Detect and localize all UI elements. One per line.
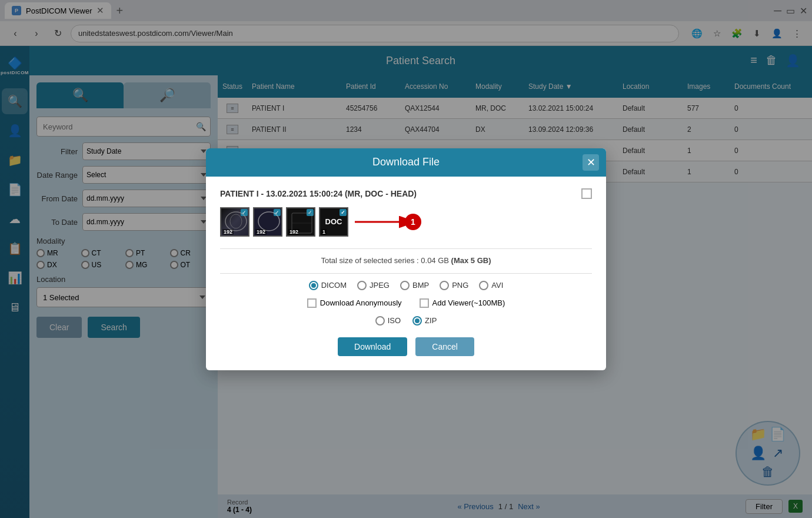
svg-point-1 <box>230 214 242 228</box>
archive-iso-radio[interactable] <box>375 316 385 326</box>
series-thumb-4[interactable]: ✓ 1 DOC <box>319 207 348 237</box>
series-row: ✓ 192 ✓ 192 ✓ <box>220 207 592 237</box>
doc-thumb-label: DOC <box>325 217 342 226</box>
archive-zip[interactable]: ZIP <box>412 316 437 326</box>
size-text: Total size of selected series : 0.04 GB <box>321 256 449 265</box>
archive-iso-label: ISO <box>388 316 401 325</box>
format-jpeg-label: JPEG <box>370 281 390 290</box>
size-info: Total size of selected series : 0.04 GB … <box>220 256 592 265</box>
format-png-label: PNG <box>452 281 468 290</box>
format-dicom[interactable]: DICOM <box>309 281 347 290</box>
series-thumb-2[interactable]: ✓ 192 <box>253 207 282 237</box>
format-png-radio[interactable] <box>440 281 449 290</box>
viewer-label: Add Viewer(~100MB) <box>432 298 505 307</box>
format-row: DICOM JPEG BMP PNG AVI <box>220 281 592 290</box>
modal-patient-row: PATIENT I - 13.02.2021 15:00:24 (MR, DOC… <box>220 188 592 199</box>
modal-divider-1 <box>220 248 592 249</box>
series-arrow-wrapper: 1 <box>352 213 421 231</box>
modal-header: Download File ✕ <box>206 148 606 177</box>
format-avi[interactable]: AVI <box>479 281 503 290</box>
anon-cb-box[interactable] <box>307 298 317 308</box>
svg-point-2 <box>258 212 279 231</box>
viewer-checkbox[interactable]: Add Viewer(~100MB) <box>420 298 505 308</box>
format-avi-radio[interactable] <box>479 281 488 290</box>
modal-select-all-checkbox[interactable] <box>581 188 592 199</box>
checkbox-row: Download Anonymously Add Viewer(~100MB) <box>220 298 592 308</box>
modal-buttons: Download Cancel <box>220 337 592 358</box>
format-bmp[interactable]: BMP <box>400 281 429 290</box>
archive-zip-label: ZIP <box>425 316 437 325</box>
cancel-button[interactable]: Cancel <box>415 337 474 356</box>
format-jpeg-radio[interactable] <box>357 281 367 290</box>
modal-title: Download File <box>372 156 440 168</box>
download-modal: Download File ✕ PATIENT I - 13.02.2021 1… <box>206 148 606 370</box>
modal-close-button[interactable]: ✕ <box>583 154 599 171</box>
series-thumb-4-check[interactable]: ✓ <box>340 209 347 216</box>
series-thumb-4-num: 1 <box>321 229 327 235</box>
svg-point-0 <box>225 212 247 231</box>
viewer-cb-box[interactable] <box>420 298 429 308</box>
archive-row: ISO ZIP <box>220 316 592 326</box>
modal-overlay[interactable]: Download File ✕ PATIENT I - 13.02.2021 1… <box>0 0 812 518</box>
format-bmp-label: BMP <box>412 281 429 290</box>
format-dicom-label: DICOM <box>321 281 347 290</box>
format-dicom-radio[interactable] <box>309 281 318 290</box>
format-jpeg[interactable]: JPEG <box>357 281 390 290</box>
format-avi-label: AVI <box>491 281 503 290</box>
format-png[interactable]: PNG <box>440 281 468 290</box>
series-badge: 1 <box>405 214 421 230</box>
format-bmp-radio[interactable] <box>400 281 410 290</box>
anon-label: Download Anonymously <box>320 298 402 307</box>
modal-body: PATIENT I - 13.02.2021 15:00:24 (MR, DOC… <box>206 177 606 370</box>
archive-iso[interactable]: ISO <box>375 316 401 326</box>
series-arrow-icon <box>352 213 411 231</box>
anon-checkbox[interactable]: Download Anonymously <box>307 298 402 308</box>
modal-patient-info: PATIENT I - 13.02.2021 15:00:24 (MR, DOC… <box>220 189 417 198</box>
download-button[interactable]: Download <box>338 337 407 356</box>
size-max: (Max 5 GB) <box>451 256 491 265</box>
modal-divider-2 <box>220 273 592 274</box>
series-thumb-1[interactable]: ✓ 192 <box>220 207 249 237</box>
archive-zip-radio[interactable] <box>412 316 422 326</box>
series-thumb-3[interactable]: ✓ 192 <box>286 207 315 237</box>
